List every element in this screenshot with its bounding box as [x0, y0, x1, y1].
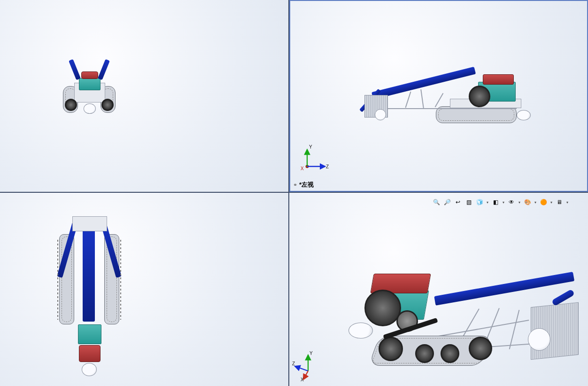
zoom-to-fit-icon[interactable]: 🔍 [432, 197, 441, 207]
view-orientation-icon[interactable]: 🧊 [475, 197, 484, 207]
cad-multiview-workspace: Y Z X ⚭ *左视 [0, 0, 588, 386]
viewport-top[interactable] [0, 193, 288, 386]
hide-show-icon[interactable]: 👁 [507, 197, 516, 207]
model-left [328, 57, 539, 123]
axis-label-x: X [301, 166, 304, 171]
view-settings-icon[interactable]: 🖥 [555, 197, 564, 207]
view-settings-dropdown[interactable]: ▾ [565, 197, 569, 207]
edit-appearance-icon[interactable]: 🎨 [523, 197, 532, 207]
previous-view-icon[interactable]: ↩ [453, 197, 463, 207]
section-view-icon[interactable]: ▧ [464, 197, 473, 207]
viewport-divider-vertical[interactable] [288, 0, 289, 386]
model-front [61, 52, 117, 113]
viewport-label-left: ⚭ *左视 [293, 181, 314, 189]
axis-label-y: Y [309, 144, 312, 150]
view-orientation-dropdown[interactable]: ▾ [486, 197, 489, 207]
zoom-area-icon[interactable]: 🔎 [442, 197, 452, 207]
model-top [56, 207, 122, 376]
heads-up-view-toolbar: 🔍🔎↩▧🧊▾◧▾👁▾🎨▾🟠▾🖥▾ [432, 197, 569, 207]
svg-line-4 [295, 366, 308, 371]
link-icon: ⚭ [293, 182, 297, 188]
viewport-isometric[interactable]: 🔍🔎↩▧🧊▾◧▾👁▾🎨▾🟠▾🖥▾ [289, 193, 588, 386]
svg-text:Z: Z [292, 361, 295, 366]
model-isometric [317, 249, 580, 371]
axis-label-z: Z [326, 164, 329, 169]
edit-appearance-dropdown[interactable]: ▾ [534, 197, 537, 207]
viewport-front[interactable] [0, 0, 288, 192]
viewport-label-text: *左视 [299, 181, 314, 189]
display-style-dropdown[interactable]: ▾ [502, 197, 505, 207]
viewport-divider-horizontal[interactable] [0, 192, 588, 193]
apply-scene-dropdown[interactable]: ▾ [549, 197, 553, 207]
apply-scene-icon[interactable]: 🟠 [539, 197, 548, 207]
viewport-left[interactable]: Y Z X ⚭ *左视 [289, 0, 588, 192]
viewport-triad-iso: Y Z X [292, 349, 328, 382]
svg-text:Y: Y [309, 351, 313, 356]
svg-text:X: X [301, 377, 304, 382]
viewport-triad-left: Y Z X [299, 142, 332, 175]
hide-show-dropdown[interactable]: ▾ [518, 197, 521, 207]
svg-line-5 [303, 371, 308, 379]
display-style-icon[interactable]: ◧ [491, 197, 500, 207]
